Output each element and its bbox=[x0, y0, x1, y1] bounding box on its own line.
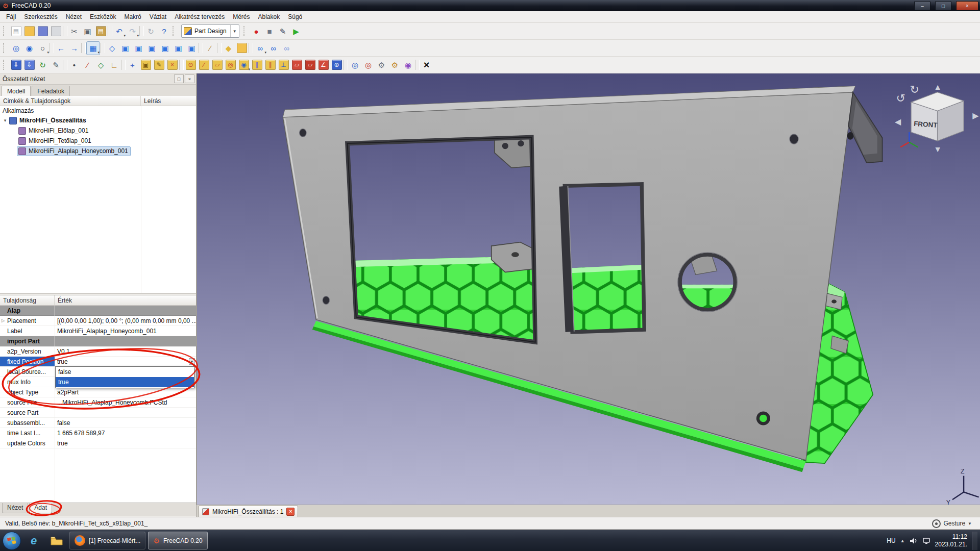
toolbar-separator[interactable]: ▾ bbox=[199, 43, 203, 53]
a2p-angled-planes-constraint-icon[interactable]: ∠▾ bbox=[317, 59, 330, 71]
combo-view-tab[interactable]: Modell bbox=[2, 86, 31, 97]
macro-stop-icon[interactable]: ■▾ bbox=[263, 25, 276, 38]
sketch-point-icon[interactable]: •▾ bbox=[68, 59, 81, 71]
toolbar-separator[interactable]: ▾ bbox=[101, 43, 105, 53]
a2p-toggle-partial-processing-icon[interactable]: ⚙▾ bbox=[375, 59, 388, 71]
sketch-angle-icon[interactable]: ∟▾ bbox=[108, 59, 120, 71]
property-row[interactable]: ▷Placement [(0,00 0,00 1,00); 0,00 °; (0… bbox=[0, 316, 196, 326]
a2p-plane-coincident-constraint-icon[interactable]: ▱▾ bbox=[304, 59, 316, 71]
menu-item[interactable]: Ablakok bbox=[254, 12, 284, 22]
tree-expander-icon[interactable]: ▾ bbox=[2, 118, 8, 123]
create-part-icon[interactable]: ◆▾ bbox=[222, 42, 235, 55]
toolbar-separator[interactable]: ▾ bbox=[415, 60, 420, 70]
property-row[interactable]: time Last I... 1 665 678 589,97 bbox=[0, 428, 196, 438]
a2p-repair-tree-icon[interactable]: ⚙▾ bbox=[388, 59, 401, 71]
property-row[interactable]: fixed Position true bbox=[0, 357, 196, 367]
internet-explorer-button[interactable]: e bbox=[23, 532, 44, 549]
a2p-import-shape-reference-icon[interactable]: ⇩▾ bbox=[23, 59, 36, 71]
tree-root-application[interactable]: Alkalmazás bbox=[0, 106, 196, 115]
menu-item[interactable]: Nézet bbox=[62, 12, 86, 22]
toolbar-separator[interactable]: ▾ bbox=[139, 26, 144, 36]
a2p-circular-edge-constraint-icon[interactable]: ◉▾ bbox=[237, 59, 250, 71]
toolbar-separator[interactable]: ▾ bbox=[63, 26, 67, 36]
tree-column-labels[interactable]: Cimkék & Tulajdonságok bbox=[0, 96, 141, 106]
document-close-icon[interactable]: × bbox=[286, 508, 295, 516]
toolbar-separator[interactable]: ▾ bbox=[50, 43, 54, 53]
paste-icon[interactable]: ▤▾ bbox=[94, 25, 107, 38]
a2p-edit-part-icon[interactable]: ✎▾ bbox=[153, 59, 165, 71]
property-row[interactable]: Alap bbox=[0, 306, 196, 316]
toolbar-separator[interactable]: ▾ bbox=[63, 60, 67, 70]
property-tab[interactable]: Adat bbox=[29, 503, 52, 513]
panel-float-button[interactable]: □ bbox=[174, 74, 184, 83]
dropdown-option[interactable]: true bbox=[56, 377, 194, 387]
document-tab[interactable]: MikroHiFi_Összeállítás : 1 × bbox=[199, 506, 298, 517]
whats-this-icon[interactable]: ?▾ bbox=[158, 25, 170, 38]
combo-view-tab[interactable]: Feladatok bbox=[32, 86, 70, 96]
macro-record-icon[interactable]: ●▾ bbox=[250, 25, 263, 38]
a2p-point-on-line-constraint-icon[interactable]: ∕▾ bbox=[198, 59, 210, 71]
navigation-style-button[interactable]: Gesture ▼ bbox=[929, 518, 975, 529]
a2p-delete-constraint-icon[interactable]: ×▾ bbox=[420, 59, 433, 71]
a2p-update-imported-parts-icon[interactable]: ↻▾ bbox=[36, 59, 49, 71]
a2p-axis-coincident-constraint-icon[interactable]: ∥▾ bbox=[251, 59, 263, 71]
make-link-icon[interactable]: ∞▾ bbox=[254, 42, 266, 55]
view-front-icon[interactable]: ▣▾ bbox=[119, 42, 132, 55]
make-sub-link-icon[interactable]: ∞▾ bbox=[267, 42, 280, 55]
a2p-show-dof-icon[interactable]: ◉▾ bbox=[402, 59, 414, 71]
a2p-solve-constraints-icon[interactable]: ◎▾ bbox=[349, 59, 361, 71]
fit-selection-icon[interactable]: ◉▾ bbox=[23, 42, 36, 55]
toolbar-separator[interactable]: ▾ bbox=[217, 43, 222, 53]
menu-item[interactable]: Vázlat bbox=[145, 12, 170, 22]
toolbar-separator[interactable]: ▾ bbox=[249, 43, 253, 53]
menu-item[interactable]: Fájl bbox=[2, 12, 20, 22]
a2p-planes-parallel-constraint-icon[interactable]: ▱▾ bbox=[290, 59, 303, 71]
a2p-duplicate-part-icon[interactable]: ▣▾ bbox=[139, 59, 152, 71]
property-row[interactable]: import Part bbox=[0, 336, 196, 346]
sketch-rhombus-icon[interactable]: ◇▾ bbox=[94, 59, 107, 71]
tree-column-header[interactable]: Cimkék & Tulajdonságok Leírás bbox=[0, 96, 196, 106]
create-group-icon[interactable]: ▾ bbox=[235, 42, 248, 55]
property-row[interactable]: source File ...MikroHiFi_Alaplap_Honeyco… bbox=[0, 397, 196, 408]
a2p-center-of-mass-constraint-icon[interactable]: ⊕▾ bbox=[330, 59, 343, 71]
property-row[interactable]: a2p_Version V0.1 bbox=[0, 346, 196, 357]
file-explorer-button[interactable] bbox=[46, 532, 67, 549]
save-icon[interactable]: ▾ bbox=[36, 25, 49, 38]
freecad-taskbar-button[interactable]: ⚙ FreeCAD 0.20 bbox=[148, 532, 207, 549]
macro-run-icon[interactable]: ▶▾ bbox=[290, 25, 303, 38]
view-bottom-icon[interactable]: ▣▾ bbox=[172, 42, 185, 55]
view-top-icon[interactable]: ▣▾ bbox=[132, 42, 145, 55]
redo-icon[interactable]: ↷▾ bbox=[126, 25, 139, 38]
toolbar-separator[interactable]: ▾ bbox=[108, 26, 112, 36]
tree-item[interactable]: ▾ MikroHiFi_Összeállítás bbox=[0, 115, 196, 126]
menu-item[interactable]: Súgó bbox=[284, 12, 306, 22]
property-column-name[interactable]: Tulajdonság bbox=[0, 295, 55, 305]
macro-edit-icon[interactable]: ✎▾ bbox=[277, 25, 289, 38]
network-icon[interactable] bbox=[922, 537, 930, 544]
property-row[interactable]: object Type a2pPart bbox=[0, 387, 196, 397]
new-document-icon[interactable]: ▤▾ bbox=[10, 25, 22, 38]
start-button[interactable] bbox=[3, 532, 21, 550]
workbench-selector[interactable]: Part Design ▼ bbox=[181, 24, 239, 38]
a2p-point-identity-constraint-icon[interactable]: ⊙▾ bbox=[184, 59, 197, 71]
view-rear-icon[interactable]: ▣▾ bbox=[159, 42, 172, 55]
undo-icon[interactable]: ↶▾ bbox=[113, 25, 126, 38]
toolbar-separator[interactable]: ▾ bbox=[179, 60, 184, 70]
menu-item[interactable]: Szerkesztés bbox=[20, 12, 61, 22]
menu-item[interactable]: Makró bbox=[120, 12, 145, 22]
menu-item[interactable]: Alkatrész tervezés bbox=[170, 12, 229, 22]
nav-back-icon[interactable]: ←▾ bbox=[55, 42, 67, 55]
cut-icon[interactable]: ✂▾ bbox=[68, 25, 81, 38]
taskbar-clock[interactable]: 11:12 2023.01.21. bbox=[935, 533, 967, 548]
property-row[interactable]: update Colors true bbox=[0, 438, 196, 448]
view-isometric-icon[interactable]: ◇▾ bbox=[106, 42, 118, 55]
tree-column-description[interactable]: Leírás bbox=[141, 96, 196, 106]
replace-with-link-icon[interactable]: ∞▾ bbox=[280, 42, 293, 55]
draw-style-icon[interactable]: ○▾ bbox=[36, 42, 49, 55]
menu-item[interactable]: Mérés bbox=[229, 12, 254, 22]
copy-icon[interactable]: ▣▾ bbox=[81, 25, 94, 38]
dropdown-arrow-icon[interactable]: ▼ bbox=[230, 25, 239, 37]
firefox-taskbar-button[interactable]: [1] Freecad-Miért... bbox=[69, 532, 145, 549]
tree-item[interactable]: MikroHiFi_Alaplap_Honeycomb_001 bbox=[0, 146, 196, 156]
property-tab[interactable]: Nézet bbox=[2, 503, 28, 513]
